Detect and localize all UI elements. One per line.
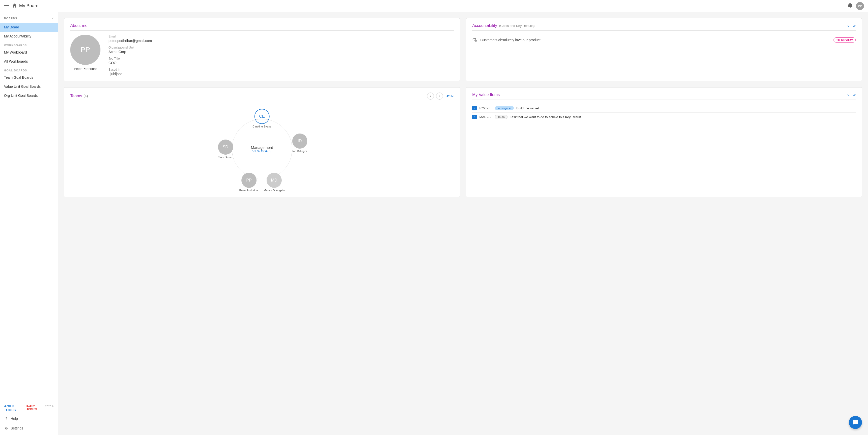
org-unit-value: Acme Corp [108, 50, 152, 54]
help-label: Help [10, 416, 18, 421]
value-items-title-row: My Value Items VIEW [472, 93, 856, 100]
sidebar-item-team-goal-boards[interactable]: Team Goal Boards [0, 73, 58, 82]
job-title-value: COO [108, 61, 152, 65]
value-item-desc-roc3: Build the rocket [516, 106, 539, 110]
header-right: PP [847, 2, 864, 10]
member-avatar-pp: PP [241, 173, 256, 188]
sidebar-boards-header: BOARDS ‹ [0, 12, 58, 23]
sidebar-help-item[interactable]: ? Help [0, 414, 58, 424]
teams-prev-button[interactable]: ‹ [427, 93, 434, 100]
notification-icon[interactable] [847, 3, 853, 9]
sidebar: BOARDS ‹ My Board My Accountability WORK… [0, 12, 58, 435]
teams-card: Teams (4) ‹ › JOIN Management VIEW GO [64, 87, 460, 197]
profile-avatar: PP [70, 35, 100, 65]
member-name-id: Ian Dillinger [292, 149, 307, 153]
value-item-code-mar2: MAR2-2 [479, 115, 492, 119]
member-name-pp: Peter Podhribar [239, 189, 259, 192]
accountability-view-button[interactable]: VIEW [847, 24, 856, 28]
value-items-view-button[interactable]: VIEW [847, 93, 856, 97]
svg-rect-1 [4, 5, 9, 6]
sidebar-item-all-workboards[interactable]: All Workboards [0, 57, 58, 66]
sidebar-item-my-workboard-label: My Workboard [4, 50, 27, 54]
accountability-title-row: Accountability (Goals and Key Results) V… [472, 23, 856, 31]
member-avatar-sd: SD [218, 139, 233, 155]
member-avatar-md: MD [267, 173, 282, 188]
to-review-badge: TO REVIEW [834, 37, 856, 42]
sidebar-item-org-unit-goal-boards-label: Org Unit Goal Boards [4, 94, 38, 98]
workboards-section-label: WORKBOARDS [0, 41, 58, 48]
profile-name: Peter Podhribar [74, 67, 97, 71]
top-header: My Board PP [0, 0, 868, 12]
badge-todo: To-do [495, 115, 507, 119]
value-items-title: My Value Items [472, 93, 500, 97]
team-center-label: Management VIEW GOALS [251, 145, 273, 153]
app-layout: BOARDS ‹ My Board My Accountability WORK… [0, 12, 868, 435]
member-name-sd: Sam Diesel [218, 156, 232, 159]
job-title-label: Job Title [108, 57, 152, 60]
boards-label: BOARDS [4, 17, 17, 20]
member-avatar-ce: CE [254, 109, 270, 124]
team-member-id: ID Ian Dillinger [292, 134, 307, 153]
team-circle: Management VIEW GOALS CE Caroline Evans … [224, 111, 300, 187]
value-item-mar2: ✓ MAR2-2 To-do Task that we want to do t… [472, 113, 856, 121]
sidebar-item-my-board[interactable]: My Board [0, 23, 58, 32]
job-title-field: Job Title COO [108, 57, 152, 65]
sidebar-item-my-workboard[interactable]: My Workboard [0, 48, 58, 57]
settings-label: Settings [10, 426, 23, 430]
member-avatar-id: ID [292, 134, 307, 148]
brand-sub: EARLY ACCESS [26, 405, 43, 411]
value-item-desc-mar2: Task that we want to do to achive this K… [510, 115, 581, 119]
teams-next-button[interactable]: › [436, 93, 443, 100]
email-label: Email [108, 35, 152, 38]
sidebar-item-org-unit-goal-boards[interactable]: Org Unit Goal Boards [0, 91, 58, 100]
member-name-md: Marvin Di Angelo [264, 189, 284, 192]
sidebar-item-team-goal-boards-label: Team Goal Boards [4, 75, 33, 79]
teams-title-row: Teams (4) ‹ › JOIN [70, 93, 454, 102]
chat-fab-button[interactable] [849, 416, 862, 429]
accountability-card: Accountability (Goals and Key Results) V… [466, 18, 862, 81]
sidebar-item-value-unit-goal-boards-label: Value Unit Goal Boards [4, 85, 40, 89]
checkbox-mar2[interactable]: ✓ [472, 115, 477, 119]
team-name: Management [251, 145, 273, 149]
sidebar-collapse-icon[interactable]: ‹ [52, 16, 54, 21]
svg-rect-0 [4, 4, 9, 4]
accountability-goal-text: Customers absolutely love our product [480, 38, 831, 42]
teams-title: Teams [70, 94, 82, 98]
sidebar-item-my-accountability[interactable]: My Accountability [0, 32, 58, 41]
main-content: About me PP Peter Podhribar Email peter.… [58, 12, 868, 435]
menu-icon[interactable] [4, 3, 9, 9]
teams-join-button[interactable]: JOIN [446, 94, 454, 98]
team-member-sd: SD Sam Diesel [218, 139, 233, 159]
team-member-pp: PP Peter Podhribar [239, 173, 259, 192]
brand-version: 2023.6 [45, 405, 54, 408]
value-items-card: My Value Items VIEW ✓ ROC-3 In progress … [466, 87, 862, 197]
brand-area: AGILE TOOLS EARLY ACCESS 2023.6 [0, 402, 58, 414]
sidebar-settings-item[interactable]: ⚙ Settings [0, 424, 58, 433]
email-field: Email peter.podhribar@gmail.com [108, 35, 152, 43]
org-unit-field: Organizational Unit Acme Corp [108, 46, 152, 54]
based-in-value: Ljubljana [108, 72, 152, 76]
teams-count: (4) [84, 94, 88, 98]
brand-name: AGILE TOOLS [4, 404, 25, 412]
settings-icon: ⚙ [4, 426, 8, 431]
avatar-section: PP Peter Podhribar [70, 35, 100, 71]
about-me-title-row: About me [70, 23, 454, 31]
sidebar-item-value-unit-goal-boards[interactable]: Value Unit Goal Boards [0, 82, 58, 91]
view-goals-link[interactable]: VIEW GOALS [251, 149, 273, 153]
sidebar-item-my-board-label: My Board [4, 25, 19, 29]
sidebar-item-my-accountability-label: My Accountability [4, 34, 31, 38]
value-item-code-roc3: ROC-3 [479, 106, 492, 110]
badge-in-progress: In progress [495, 106, 514, 110]
team-member-md: MD Marvin Di Angelo [264, 173, 284, 192]
email-value: peter.podhribar@gmail.com [108, 39, 152, 43]
value-item-roc3: ✓ ROC-3 In progress Build the rocket [472, 104, 856, 113]
home-icon[interactable] [12, 3, 17, 9]
based-in-field: Based in Ljubljana [108, 68, 152, 76]
sidebar-item-all-workboards-label: All Workboards [4, 59, 28, 63]
accountability-title-left: Accountability (Goals and Key Results) [472, 23, 535, 28]
user-avatar-button[interactable]: PP [856, 2, 864, 10]
checkbox-roc3[interactable]: ✓ [472, 106, 477, 110]
help-icon: ? [4, 416, 8, 421]
about-me-card: About me PP Peter Podhribar Email peter.… [64, 18, 460, 81]
teams-navigation: ‹ › [427, 93, 443, 100]
